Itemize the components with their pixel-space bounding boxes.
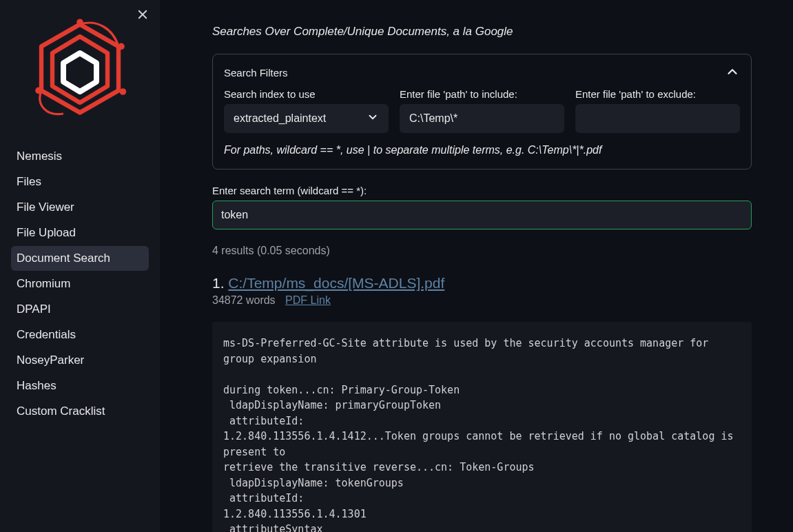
sidebar-item-noseyparker[interactable]: NoseyParker bbox=[11, 348, 149, 373]
sidebar-item-dpapi[interactable]: DPAPI bbox=[11, 297, 149, 322]
svg-point-8 bbox=[120, 88, 127, 95]
exclude-path-input[interactable] bbox=[575, 104, 740, 133]
svg-point-7 bbox=[35, 88, 42, 94]
sidebar-item-hashes[interactable]: Hashes bbox=[11, 374, 149, 398]
app-root: NemesisFilesFile ViewerFile UploadDocume… bbox=[0, 0, 793, 532]
results-meta: 4 results (0.05 seconds) bbox=[212, 245, 752, 257]
page-subtitle: Searches Over Complete/Unique Documents,… bbox=[212, 25, 752, 39]
search-index-select[interactable]: extracted_plaintext bbox=[224, 104, 389, 133]
sidebar-item-chromium[interactable]: Chromium bbox=[11, 272, 149, 296]
sidebar-item-file-viewer[interactable]: File Viewer bbox=[11, 195, 149, 220]
search-term-input[interactable] bbox=[220, 208, 744, 222]
main-content[interactable]: Searches Over Complete/Unique Documents,… bbox=[160, 0, 793, 532]
include-label: Enter file 'path' to include: bbox=[400, 88, 564, 100]
chevron-down-icon bbox=[367, 111, 379, 126]
result-index: 1. bbox=[212, 275, 225, 291]
app-logo bbox=[0, 6, 160, 143]
search-term-input-wrapper[interactable] bbox=[212, 201, 752, 229]
exclude-label: Enter file 'path' to exclude: bbox=[575, 88, 740, 100]
include-path-input[interactable] bbox=[400, 104, 564, 133]
close-icon[interactable] bbox=[136, 8, 149, 23]
sidebar-item-document-search[interactable]: Document Search bbox=[11, 246, 149, 271]
search-filters-panel: Search Filters Search index to use extra… bbox=[212, 54, 752, 170]
result-word-count: 34872 words bbox=[212, 294, 276, 306]
search-result: 1. C:/Temp/ms_docs/[MS-ADLS].pdf 34872 w… bbox=[212, 275, 752, 532]
sidebar-item-custom-cracklist[interactable]: Custom Cracklist bbox=[11, 399, 149, 424]
svg-point-5 bbox=[76, 19, 83, 25]
sidebar-nav: NemesisFilesFile ViewerFile UploadDocume… bbox=[0, 144, 160, 424]
svg-marker-4 bbox=[63, 53, 96, 92]
sidebar-item-files[interactable]: Files bbox=[11, 170, 149, 194]
filters-hint: For paths, wildcard == *, use | to separ… bbox=[224, 144, 740, 156]
sidebar-item-nemesis[interactable]: Nemesis bbox=[11, 144, 149, 169]
sidebar: NemesisFilesFile ViewerFile UploadDocume… bbox=[0, 0, 160, 532]
sidebar-item-credentials[interactable]: Credentials bbox=[11, 323, 149, 347]
index-label: Search index to use bbox=[224, 88, 389, 100]
search-index-value: extracted_plaintext bbox=[234, 112, 326, 125]
result-title-link[interactable]: C:/Temp/ms_docs/[MS-ADLS].pdf bbox=[228, 275, 444, 291]
chevron-up-icon[interactable] bbox=[725, 64, 740, 81]
search-term-label: Enter search term (wildcard == *): bbox=[212, 185, 752, 196]
result-snippet: ms-DS-Preferred-GC-Site attribute is use… bbox=[212, 322, 752, 532]
sidebar-item-file-upload[interactable]: File Upload bbox=[11, 221, 149, 245]
pdf-link[interactable]: PDF Link bbox=[285, 294, 331, 306]
filters-title: Search Filters bbox=[224, 67, 288, 79]
svg-point-6 bbox=[118, 43, 125, 50]
